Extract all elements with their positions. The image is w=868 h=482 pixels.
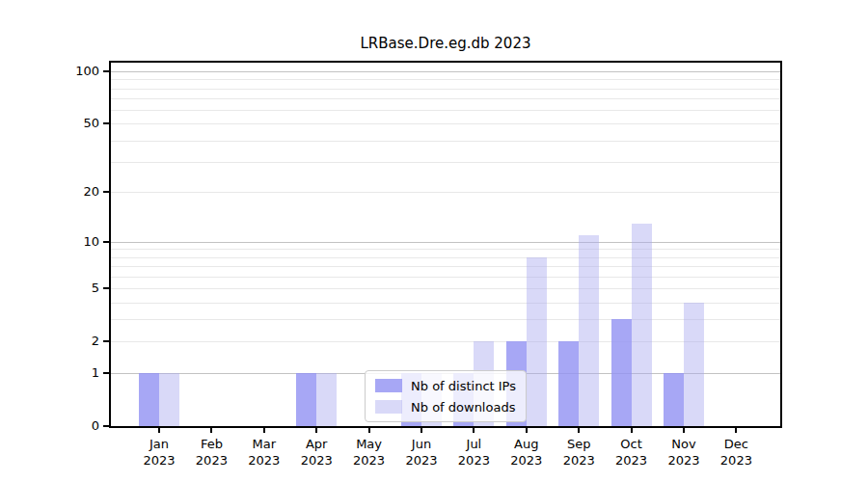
- gridline-major: [111, 71, 780, 72]
- y-tick-label: 2: [0, 333, 99, 350]
- legend-swatch-icon: [375, 379, 402, 392]
- x-tick: [578, 428, 580, 433]
- gridline-minor: [111, 341, 780, 342]
- x-tick: [420, 428, 422, 433]
- x-tick: [210, 428, 212, 433]
- bar-distinct-ips: [558, 341, 579, 426]
- y-tick-label: 20: [0, 183, 99, 201]
- bar-downloads: [579, 235, 599, 426]
- plot-area: Nb of distinct IPsNb of downloads: [109, 61, 782, 428]
- gridline-minor: [111, 79, 780, 80]
- gridline-minor: [111, 141, 780, 142]
- gridline-minor: [111, 266, 780, 267]
- gridline-minor: [111, 288, 780, 289]
- y-tick: [103, 122, 109, 124]
- bar-downloads: [684, 303, 704, 426]
- x-tick: [526, 428, 528, 433]
- bar-downloads: [316, 373, 337, 426]
- x-tick-label-year: 2023: [697, 452, 774, 469]
- bar-downloads: [159, 373, 179, 426]
- bar-distinct-ips: [139, 373, 159, 426]
- gridline-minor: [111, 162, 780, 163]
- x-tick: [315, 428, 317, 433]
- y-tick: [103, 241, 109, 243]
- bar-downloads: [632, 224, 652, 427]
- y-tick-label: 50: [0, 115, 99, 132]
- x-tick: [683, 428, 685, 433]
- x-tick: [368, 428, 370, 433]
- bar-distinct-ips: [611, 319, 632, 426]
- legend-swatch-icon: [375, 400, 402, 414]
- y-tick: [103, 70, 109, 72]
- gridline-minor: [111, 110, 780, 111]
- y-tick: [103, 191, 109, 193]
- bar-distinct-ips: [664, 373, 684, 426]
- y-tick-label: 1: [0, 364, 99, 382]
- legend-label: Nb of distinct IPs: [411, 379, 516, 393]
- y-tick-label: 0: [0, 417, 99, 435]
- gridline-major: [111, 242, 780, 243]
- gridline-minor: [111, 249, 780, 250]
- gridline-minor: [111, 277, 780, 278]
- gridline-minor: [111, 303, 780, 304]
- y-tick-label: 10: [0, 233, 99, 251]
- legend-item: Nb of downloads: [375, 398, 516, 415]
- x-tick-label-month: Dec: [697, 436, 774, 452]
- y-tick: [103, 340, 109, 342]
- x-tick-label: Dec2023: [697, 436, 774, 469]
- y-tick: [103, 425, 109, 427]
- legend-label: Nb of downloads: [411, 400, 515, 415]
- gridline-minor: [111, 123, 780, 124]
- x-tick: [263, 428, 265, 433]
- x-tick: [631, 428, 633, 433]
- x-tick: [735, 428, 737, 433]
- x-tick: [158, 428, 160, 433]
- y-tick: [103, 372, 109, 374]
- chart-title: LRBase.Dre.eg.db 2023: [109, 35, 782, 52]
- gridline-minor: [111, 257, 780, 258]
- y-tick: [103, 287, 109, 289]
- gridline-minor: [111, 98, 780, 99]
- legend: Nb of distinct IPsNb of downloads: [365, 370, 527, 422]
- gridline-minor: [111, 89, 780, 90]
- legend-item: Nb of distinct IPs: [375, 377, 516, 394]
- x-tick: [473, 428, 475, 433]
- bar-distinct-ips: [296, 373, 316, 426]
- y-tick-label: 5: [0, 280, 99, 297]
- gridline-minor: [111, 319, 780, 320]
- y-tick-label: 100: [0, 63, 99, 80]
- gridline-minor: [111, 192, 780, 193]
- chart-canvas: LRBase.Dre.eg.db 2023 Nb of distinct IPs…: [0, 0, 868, 482]
- bar-downloads: [527, 257, 547, 426]
